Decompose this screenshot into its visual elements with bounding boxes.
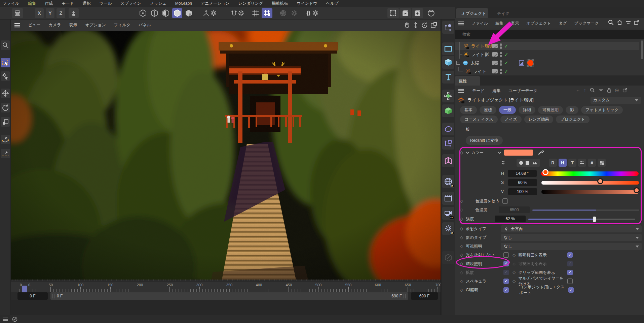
compositing-tag-icon[interactable]: [519, 60, 524, 66]
menu-spline[interactable]: スプライン: [120, 1, 141, 6]
ambient-illumination-checkbox[interactable]: [503, 261, 509, 266]
tweak-tool-icon[interactable]: [1, 71, 10, 81]
sketch-tool-icon[interactable]: [1, 149, 10, 158]
hex-mode-button[interactable]: #: [588, 159, 596, 167]
expander-icon[interactable]: [456, 61, 460, 65]
temperature-slider[interactable]: [532, 206, 639, 213]
workplane-lock-icon[interactable]: [262, 8, 272, 18]
viewport-3d-canvas[interactable]: [11, 31, 441, 280]
timeline-range-bar[interactable]: 0 F 690 F: [50, 292, 408, 300]
om-menu-file[interactable]: ファイル: [471, 21, 488, 26]
om-hamburger-icon[interactable]: [458, 21, 464, 26]
orbit-rotate-icon[interactable]: [421, 22, 428, 29]
keyframe-diamond-icon[interactable]: ◇: [460, 150, 463, 155]
saturation-value-field[interactable]: 60 %: [508, 179, 537, 186]
material-tag-swatch[interactable]: [527, 59, 534, 67]
attr-tab-details[interactable]: 詳細: [519, 106, 535, 114]
hue-slider-knob[interactable]: [542, 169, 548, 175]
saturation-slider[interactable]: [541, 179, 639, 186]
object-name[interactable]: ライト: [473, 68, 487, 74]
color-spectrum-icon[interactable]: [532, 161, 537, 165]
eyedropper-icon[interactable]: [538, 150, 544, 156]
move-tool-icon[interactable]: [1, 89, 10, 98]
toggle-panel-layout-icon[interactable]: [430, 22, 437, 29]
model-mode-icon[interactable]: [172, 8, 182, 18]
target-icon[interactable]: ◎: [615, 88, 619, 93]
enable-check-icon[interactable]: ✓: [504, 52, 508, 58]
visibility-dots[interactable]: [500, 43, 502, 49]
shadow-type-dropdown[interactable]: なし: [501, 234, 642, 241]
light-object-icon[interactable]: ST: [442, 222, 454, 235]
attr-popout-icon[interactable]: [622, 88, 627, 93]
light-type-dropdown[interactable]: 全方向: [501, 225, 642, 232]
menu-mesh[interactable]: メッシュ: [150, 1, 166, 6]
gi-illumination-checkbox[interactable]: [503, 287, 509, 293]
render-settings-icon[interactable]: [412, 8, 423, 18]
attr-tab-photometric[interactable]: フォトメトリック: [581, 106, 623, 114]
attr-menu-edit[interactable]: 編集: [493, 88, 501, 94]
attr-tab-visibility[interactable]: 可視照明: [538, 106, 563, 114]
temperature-field[interactable]: 6500: [499, 206, 530, 213]
tab-takes[interactable]: テイク: [497, 11, 509, 17]
lock-y-axis-button[interactable]: Y: [46, 8, 54, 18]
menu-rendering[interactable]: レンダリング: [238, 1, 263, 6]
attr-tab-basic[interactable]: 基本: [460, 106, 477, 114]
interactive-render-region-icon[interactable]: [278, 8, 289, 18]
attr-menu-userdata[interactable]: ユーザーデータ: [509, 88, 537, 94]
range-start-grip[interactable]: [52, 294, 55, 298]
convert-to-redshift-button[interactable]: Redshift に変換: [466, 136, 503, 145]
object-row-light-shadow[interactable]: ライト影 ✓: [455, 50, 639, 59]
vp-menu-options[interactable]: オプション: [85, 22, 106, 28]
current-frame-field[interactable]: 0 F: [17, 292, 48, 300]
attr-lock-icon[interactable]: [607, 88, 611, 93]
tab-objects[interactable]: オブジェクト: [461, 11, 486, 17]
menu-edit[interactable]: 編集: [28, 1, 36, 6]
keyframe-diamond-icon[interactable]: ◇: [460, 226, 463, 231]
hue-slider[interactable]: [541, 170, 639, 177]
color-swatch[interactable]: [504, 150, 533, 156]
menu-window[interactable]: ウインドウ: [297, 1, 317, 6]
menu-select[interactable]: 選択: [83, 1, 91, 6]
attr-search-icon[interactable]: [590, 88, 595, 93]
menu-mode[interactable]: モード: [62, 1, 74, 6]
sky-object-icon[interactable]: ST: [442, 175, 454, 188]
render-view-icon[interactable]: [400, 8, 411, 18]
snap-magnet-with-settings[interactable]: [228, 8, 247, 18]
diffuse-checkbox[interactable]: [503, 270, 509, 275]
use-temperature-checkbox[interactable]: [502, 198, 508, 204]
saturation-slider-knob[interactable]: [597, 178, 603, 184]
volume-cube-icon[interactable]: [442, 104, 454, 117]
polygons-mode-icon[interactable]: [161, 8, 171, 18]
material-sphere-icon[interactable]: [426, 8, 437, 18]
om-menu-objects[interactable]: オブジェクト: [526, 21, 551, 26]
lock-x-axis-button[interactable]: X: [35, 8, 44, 18]
dolly-zoom-icon[interactable]: [413, 22, 418, 29]
keyframe-diamond-icon[interactable]: ◇: [460, 217, 463, 221]
value-slider[interactable]: [541, 188, 639, 195]
history-up-icon[interactable]: ↑: [584, 88, 586, 93]
preset-dropdown[interactable]: カスタム: [591, 97, 641, 104]
temp-mode-button[interactable]: T: [568, 159, 576, 167]
history-back-icon[interactable]: ←: [576, 88, 580, 93]
keyframe-diamond-icon[interactable]: ◇: [460, 207, 463, 212]
object-name[interactable]: ライト環境: [471, 43, 493, 49]
color-expand-chevron-icon[interactable]: [466, 151, 469, 154]
grid-icon[interactable]: [250, 8, 261, 18]
object-row-light-child[interactable]: ライト ✓: [455, 67, 639, 75]
visibility-dots[interactable]: [500, 69, 502, 74]
object-toggle[interactable]: [492, 69, 498, 73]
axis-object-icon[interactable]: [442, 21, 454, 34]
object-toggle[interactable]: [492, 44, 498, 48]
spline-pen-tool-icon[interactable]: [1, 135, 10, 144]
tab-attributes[interactable]: 属性: [459, 78, 467, 84]
separate-pass-checkbox[interactable]: [567, 279, 573, 284]
intensity-slider[interactable]: [528, 216, 635, 222]
hsv-mode-button[interactable]: H: [559, 159, 567, 167]
attr-tab-shadow[interactable]: 影: [566, 106, 578, 114]
viewport-zoom-icon[interactable]: [1, 40, 10, 50]
symmetry-tool-with-settings[interactable]: [302, 8, 321, 18]
deformer-icon[interactable]: [442, 123, 454, 135]
attr-tab-lens[interactable]: レンズ効果: [524, 116, 554, 123]
vp-menu-display[interactable]: 表示: [69, 22, 77, 28]
coordinate-system-icon[interactable]: [69, 8, 79, 18]
